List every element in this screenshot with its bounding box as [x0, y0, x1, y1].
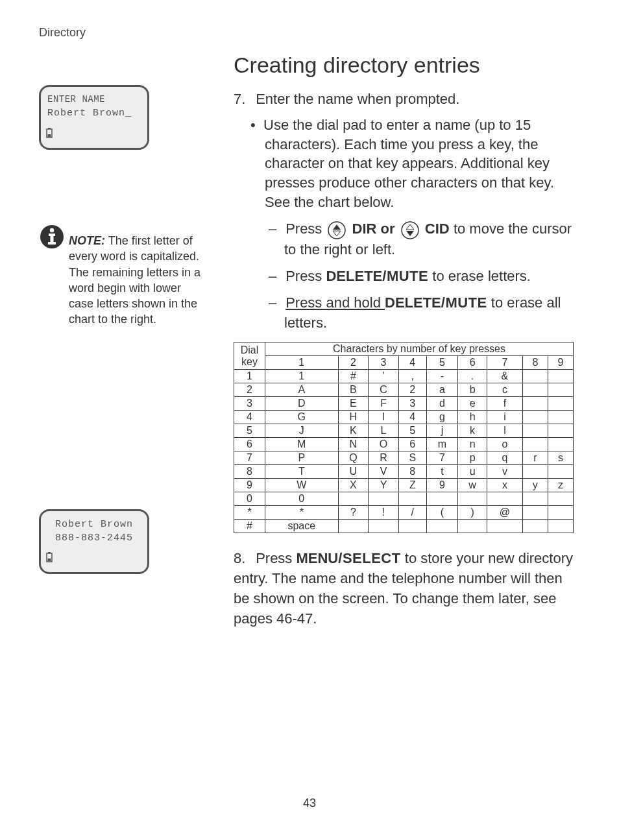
note-body: The first letter of every word is capita… — [69, 234, 200, 326]
dial-key-cell: # — [234, 520, 265, 533]
step8-bold: MENU — [296, 550, 338, 566]
char-cell: T — [265, 465, 339, 479]
svg-rect-2 — [48, 134, 51, 137]
char-cell: h — [458, 411, 487, 424]
table-col-header: 6 — [458, 356, 487, 370]
dash3-bold: DELETE — [385, 294, 441, 311]
char-cell — [522, 424, 548, 438]
lcd-stored-entry: Robert Brown 888-883-2445 — [39, 509, 149, 574]
lcd2-line1: Robert Brown — [47, 518, 141, 531]
table-col-header: 4 — [398, 356, 426, 370]
char-cell: . — [458, 370, 487, 383]
char-cell: q — [487, 451, 522, 465]
char-cell — [548, 520, 573, 533]
char-cell — [522, 370, 548, 383]
char-cell: Q — [338, 451, 369, 465]
char-cell: g — [426, 411, 458, 424]
char-cell — [548, 370, 573, 383]
char-cell: f — [487, 397, 522, 411]
char-cell: , — [398, 370, 426, 383]
char-cell — [548, 411, 573, 424]
battery-icon — [46, 128, 53, 143]
char-cell: B — [338, 383, 369, 397]
dash1-cid: CID — [425, 221, 450, 237]
char-cell — [522, 492, 548, 506]
char-cell — [522, 383, 548, 397]
table-row: 00 — [234, 492, 574, 506]
down-arrow-icon — [400, 220, 420, 240]
char-cell: # — [338, 370, 369, 383]
char-cell: ! — [369, 506, 399, 520]
lcd2-line2: 888-883-2445 — [47, 531, 141, 545]
up-arrow-icon — [327, 220, 346, 240]
char-cell: u — [458, 465, 487, 479]
char-cell: / — [398, 506, 426, 520]
char-cell: 0 — [265, 492, 339, 506]
char-cell: x — [487, 479, 522, 492]
char-cell: w — [458, 479, 487, 492]
char-cell: v — [487, 465, 522, 479]
char-cell — [548, 492, 573, 506]
table-row: 2ABC2abc — [234, 383, 574, 397]
char-cell: Y — [369, 479, 399, 492]
table-row: 6MNO6mno — [234, 438, 574, 451]
char-cell: E — [338, 397, 369, 411]
svg-point-4 — [50, 228, 54, 232]
char-cell: M — [265, 438, 339, 451]
char-cell — [487, 520, 522, 533]
char-cell: t — [426, 465, 458, 479]
char-cell: k — [458, 424, 487, 438]
char-cell: 9 — [426, 479, 458, 492]
table-col-header: 1 — [265, 356, 339, 370]
char-cell: 1 — [265, 370, 339, 383]
char-cell — [522, 397, 548, 411]
section-header: Directory — [39, 26, 574, 40]
character-table: Dial key Characters by number of key pre… — [234, 342, 574, 533]
char-cell: o — [487, 438, 522, 451]
step-7: 7. Enter the name when prompted. — [234, 91, 574, 108]
dash1-dir: DIR or — [352, 221, 395, 237]
char-cell: ( — [426, 506, 458, 520]
char-cell: U — [338, 465, 369, 479]
char-cell: C — [369, 383, 399, 397]
left-column: ENTER NAME Robert Brown_ NOTE: The first… — [39, 53, 201, 637]
char-cell: j — [426, 424, 458, 438]
table-col-header: 8 — [522, 356, 548, 370]
table-row: 4GHI4ghi — [234, 411, 574, 424]
char-cell: D — [265, 397, 339, 411]
char-cell: O — [369, 438, 399, 451]
battery-icon — [46, 552, 53, 567]
char-cell: J — [265, 424, 339, 438]
dial-key-cell: 3 — [234, 397, 265, 411]
char-cell: L — [369, 424, 399, 438]
step-8: 8. Press MENU/SELECT to store your new d… — [234, 549, 574, 629]
note-text: NOTE: The first letter of every word is … — [69, 228, 201, 328]
char-cell: 8 — [398, 465, 426, 479]
svg-rect-6 — [51, 234, 54, 243]
char-cell — [548, 397, 573, 411]
dial-key-cell: 4 — [234, 411, 265, 424]
dial-key-cell: 5 — [234, 424, 265, 438]
char-cell: s — [548, 451, 573, 465]
char-cell: r — [522, 451, 548, 465]
dial-key-cell: 2 — [234, 383, 265, 397]
right-column: Creating directory entries 7. Enter the … — [201, 53, 574, 637]
char-cell — [458, 520, 487, 533]
table-row: #space — [234, 520, 574, 533]
char-cell: b — [458, 383, 487, 397]
char-cell — [548, 424, 573, 438]
char-cell: ) — [458, 506, 487, 520]
dial-key-cell: 9 — [234, 479, 265, 492]
char-cell — [548, 383, 573, 397]
table-row: 8TUV8tuv — [234, 465, 574, 479]
char-cell — [338, 520, 369, 533]
dial-key-cell: 6 — [234, 438, 265, 451]
step7-dash-3: – Press and hold DELETE/MUTE to erase al… — [284, 293, 574, 333]
char-cell: G — [265, 411, 339, 424]
char-cell — [398, 520, 426, 533]
dash2-post: to erase letters. — [428, 268, 531, 284]
step7-dash-2: – Press DELETE/MUTE to erase letters. — [284, 267, 574, 287]
dash1-pre: Press — [285, 221, 326, 237]
char-cell — [522, 411, 548, 424]
svg-rect-7 — [48, 242, 56, 245]
